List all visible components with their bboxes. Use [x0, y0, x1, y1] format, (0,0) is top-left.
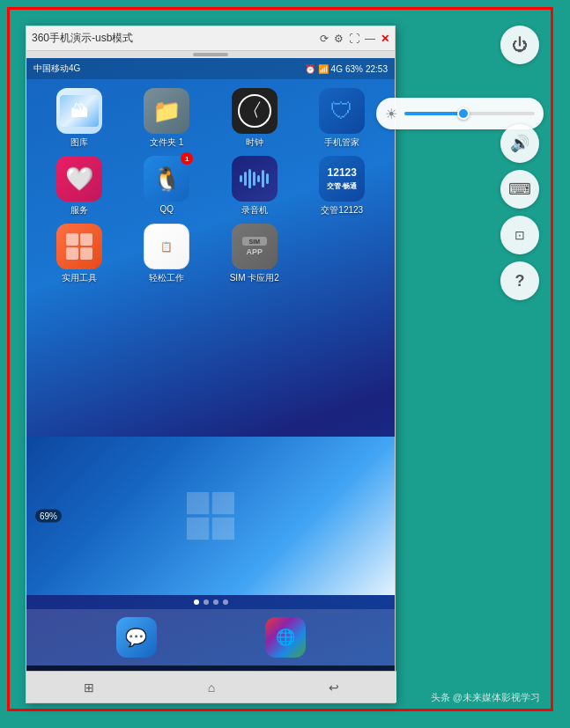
dot-2 [204, 599, 209, 605]
dock-browser[interactable]: 🌐 [265, 617, 306, 658]
close-icon[interactable]: ✕ [381, 33, 389, 45]
watermark: 头条 @未来媒体影视学习 [431, 691, 540, 704]
app-traffic[interactable]: 12123交管·畅通 交管12123 [310, 156, 374, 217]
battery-text: 63% [345, 64, 363, 74]
screenshot-icon: ⊡ [514, 228, 525, 242]
dock: 💬 🌐 [26, 609, 395, 665]
app-clock[interactable]: 时钟 [223, 88, 286, 149]
easywork-content: 📋 [160, 241, 173, 252]
window-title: 360手机演示-usb模式 [32, 31, 320, 46]
volume-icon: 🔊 [510, 134, 529, 153]
svg-rect-3 [212, 518, 234, 540]
easywork-label: 轻松工作 [149, 272, 184, 284]
status-bar: 中国移动4G ⏰ 📶 4G 63% 22:53 [26, 58, 395, 79]
gallery-label: 图库 [70, 136, 88, 149]
folder-emoji: 📁 [152, 98, 181, 125]
dot-4 [223, 599, 228, 605]
tools-cell-2 [80, 233, 93, 246]
app-gallery[interactable]: 图库 [48, 88, 111, 149]
app-sim[interactable]: SIM APP SIM 卡应用2 [223, 224, 286, 284]
svg-rect-0 [187, 492, 209, 514]
battery-badge: 69% [35, 510, 62, 523]
app-grid: 图库 📁 文件夹 1 时钟 [26, 79, 395, 437]
desktop-wallpaper: 69% [26, 437, 395, 595]
status-right: ⏰ 📶 4G 63% 22:53 [305, 64, 388, 74]
help-icon: ? [515, 272, 525, 290]
keyboard-icon: ⌨ [508, 180, 531, 199]
service-icon: 🤍 [56, 156, 102, 202]
clock-face [238, 94, 271, 128]
screenshot-button[interactable]: ⊡ [500, 216, 539, 254]
volume-button[interactable]: 🔊 [500, 124, 539, 163]
app-recorder[interactable]: 录音机 [223, 156, 286, 217]
sim-label: SIM 卡应用2 [230, 272, 279, 284]
app-security[interactable]: 🛡 手机管家 [310, 88, 374, 149]
fullscreen-icon[interactable]: ⛶ [349, 33, 359, 45]
power-icon: ⏻ [512, 36, 528, 55]
clock-icon [232, 88, 278, 134]
folder-label: 文件夹 1 [150, 136, 183, 149]
gallery-img [60, 95, 99, 127]
traffic-text: 12123交管·畅通 [327, 166, 357, 192]
wifi-icon: 📶 [318, 64, 329, 74]
traffic-label: 交管12123 [321, 204, 363, 217]
easywork-icon: 📋 [144, 224, 189, 269]
help-button[interactable]: ? [500, 261, 539, 300]
dock-messages[interactable]: 💬 [116, 617, 157, 658]
app-row-3: 实用工具 📋 轻松工作 SIM [35, 224, 386, 284]
scroll-indicator [26, 51, 395, 58]
rotate-icon[interactable]: ⟳ [320, 33, 329, 45]
empty-slot [319, 224, 365, 269]
app-row-1: 图库 📁 文件夹 1 时钟 [35, 88, 386, 149]
gallery-icon [56, 88, 102, 134]
time-text: 22:53 [366, 64, 388, 74]
keyboard-button[interactable]: ⌨ [500, 170, 539, 209]
alarm-icon: ⏰ [305, 64, 315, 74]
taskbar-back-icon[interactable]: ↩ [329, 680, 339, 695]
app-tools[interactable]: 实用工具 [48, 224, 111, 284]
power-button[interactable]: ⏻ [500, 26, 539, 64]
title-bar: 360手机演示-usb模式 ⟳ ⚙ ⛶ — ✕ [26, 26, 395, 51]
tools-cell-3 [66, 247, 78, 260]
app-empty [310, 224, 374, 284]
app-service[interactable]: 🤍 服务 [48, 156, 111, 217]
taskbar-windows-icon[interactable]: ⊞ [84, 680, 94, 695]
brightness-thumb[interactable] [457, 107, 470, 120]
brightness-icon: ☀ [385, 106, 397, 122]
tools-grid [66, 233, 93, 260]
tools-cell-1 [66, 233, 78, 246]
app-easywork[interactable]: 📋 轻松工作 [135, 224, 198, 284]
dot-3 [213, 599, 218, 605]
settings-icon[interactable]: ⚙ [334, 33, 344, 45]
heart-emoji: 🤍 [65, 165, 93, 193]
taskbar-home-icon[interactable]: ⌂ [208, 680, 215, 695]
recorder-icon [232, 156, 278, 202]
app-folder[interactable]: 📁 文件夹 1 [135, 88, 198, 149]
messages-emoji: 💬 [125, 627, 147, 648]
tools-cell-4 [80, 247, 93, 260]
svg-rect-2 [187, 518, 209, 540]
service-label: 服务 [70, 204, 88, 217]
dot-1 [194, 599, 199, 605]
phone-window: 360手机演示-usb模式 ⟳ ⚙ ⛶ — ✕ 中国移动4G ⏰ 📶 4G [26, 26, 396, 703]
signal-icon: 4G [331, 64, 343, 74]
clock-label: 时钟 [246, 136, 263, 149]
security-icon: 🛡 [319, 88, 365, 134]
app-row-2: 🤍 服务 🐧 1 QQ [35, 156, 386, 217]
carrier-text: 中国移动4G [33, 63, 80, 75]
title-bar-icons: ⟳ ⚙ ⛶ — ✕ [320, 33, 389, 45]
recorder-label: 录音机 [241, 204, 268, 217]
svg-rect-1 [212, 492, 234, 514]
minimize-icon[interactable]: — [365, 33, 375, 45]
traffic-icon: 12123交管·畅通 [319, 156, 365, 202]
outer-frame: 360手机演示-usb模式 ⟳ ⚙ ⛶ — ✕ 中国移动4G ⏰ 📶 4G [7, 7, 553, 711]
windows-logo [184, 489, 237, 542]
waveform [240, 165, 269, 192]
security-label: 手机管家 [324, 136, 359, 149]
qq-label: QQ [159, 204, 174, 214]
app-qq[interactable]: 🐧 1 QQ [135, 156, 198, 217]
folder-icon: 📁 [144, 88, 189, 134]
qq-badge: 1 [181, 152, 193, 165]
right-controls: ⏻ 🔊 ⌨ ⊡ ? [498, 26, 542, 300]
host-taskbar: ⊞ ⌂ ↩ [26, 671, 396, 702]
